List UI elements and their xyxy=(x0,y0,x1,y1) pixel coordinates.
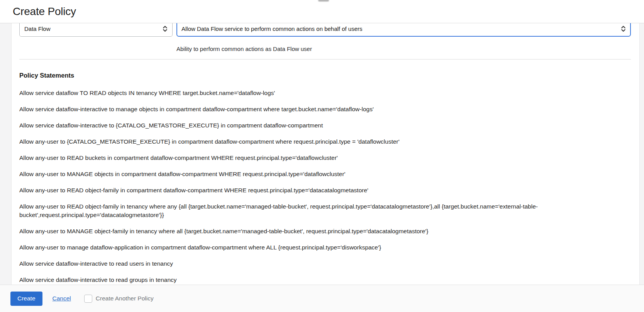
policy-statement: Allow any-user to {CATALOG_METASTORE_EXE… xyxy=(19,137,631,146)
select-updown-chevron-icon xyxy=(159,25,168,32)
section-divider xyxy=(19,59,631,59)
top-notch-artifact xyxy=(318,0,329,2)
create-policy-dialog: Create Policy Data Flow Allow Data xyxy=(0,0,644,312)
right-gutter xyxy=(640,23,644,285)
dialog-header: Create Policy xyxy=(0,0,644,23)
template-helper-text: Ability to perform common actions as Dat… xyxy=(176,46,631,52)
policy-statement: Allow any-user to manage dataflow-applic… xyxy=(19,243,631,252)
policy-statements-heading: Policy Statements xyxy=(19,72,631,79)
page-title: Create Policy xyxy=(13,5,76,18)
policy-statements-list: Allow service dataflow TO READ objects I… xyxy=(19,89,631,284)
policy-statement: Allow any-user to MANAGE objects in comp… xyxy=(19,170,631,178)
policy-statement: Allow service dataflow-interactive to ma… xyxy=(19,105,631,114)
service-select-value: Data Flow xyxy=(24,25,51,32)
policy-statement: Allow service dataflow TO READ objects I… xyxy=(19,89,631,97)
form-panel: Data Flow Allow Data Flow service to per… xyxy=(11,23,640,285)
service-select[interactable]: Data Flow xyxy=(19,23,173,37)
create-button[interactable]: Create xyxy=(10,292,42,306)
cancel-link[interactable]: Cancel xyxy=(53,295,71,302)
select-updown-chevron-icon xyxy=(618,25,626,32)
policy-template-select-value: Allow Data Flow service to perform commo… xyxy=(181,25,363,32)
select-row-clip: Data Flow Allow Data Flow service to per… xyxy=(19,23,631,37)
policy-statement: Allow any-user to READ buckets in compar… xyxy=(19,154,631,162)
policy-statement: Allow any-user to READ object-family in … xyxy=(19,202,631,219)
left-gutter xyxy=(0,23,11,285)
create-another-label: Create Another Policy xyxy=(96,295,154,302)
policy-template-select[interactable]: Allow Data Flow service to perform commo… xyxy=(176,23,631,37)
policy-statement: Allow service dataflow-interactive to {C… xyxy=(19,121,631,130)
policy-statement: Allow service dataflow-interactive to re… xyxy=(19,276,631,284)
action-bar: Create Cancel Create Another Policy xyxy=(0,285,644,312)
policy-statement: Allow service dataflow-interactive to re… xyxy=(19,259,631,268)
policy-statement: Allow any-user to MANAGE object-family i… xyxy=(19,227,631,236)
policy-statement: Allow any-user to READ object-family in … xyxy=(19,186,631,195)
dialog-body: Data Flow Allow Data Flow service to per… xyxy=(0,23,644,285)
create-another-checkbox[interactable] xyxy=(84,295,92,303)
